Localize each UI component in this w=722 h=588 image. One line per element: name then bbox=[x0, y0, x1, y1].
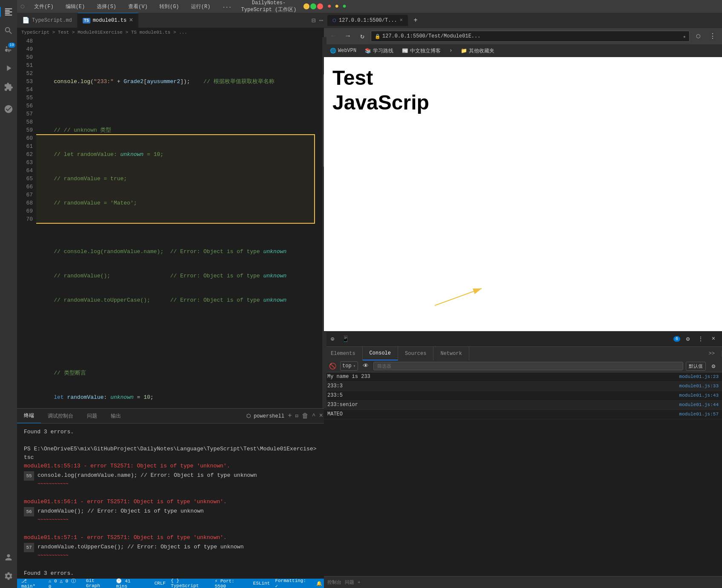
split-editor-icon[interactable]: ⊟ bbox=[312, 16, 316, 25]
status-port[interactable]: ⚡ Port: 5500 bbox=[215, 578, 248, 588]
devtools-console-label[interactable]: 控制台 bbox=[327, 579, 341, 585]
devtools-close-icon[interactable]: × bbox=[708, 334, 719, 344]
split-terminal-icon[interactable]: ⊟ bbox=[295, 413, 298, 419]
debug-console-tab[interactable]: 调试控制台 bbox=[41, 409, 80, 423]
extensions-toolbar-icon[interactable]: ⬡ bbox=[692, 30, 704, 42]
terminal-panel: 终端 调试控制台 问题 输出 ⬡ powershell + ⊟ 🗑 ^ × Fo… bbox=[17, 408, 326, 579]
account-icon[interactable] bbox=[0, 549, 17, 566]
more-actions-icon[interactable]: ⋯ bbox=[319, 16, 323, 25]
forward-btn[interactable]: → bbox=[342, 30, 354, 42]
status-eslint[interactable]: ESLint bbox=[253, 581, 270, 586]
menu-view[interactable]: 查看(V) bbox=[126, 2, 150, 11]
bookmark-blog-label: 中文独立博客 bbox=[410, 47, 441, 55]
terminal-error-1: module01.ts:55:13 - error TS2571: Object… bbox=[24, 462, 320, 470]
code-line-48: console.log("233:" + Grade2[ayusummer2])… bbox=[40, 78, 326, 86]
menu-more[interactable]: ... bbox=[220, 3, 234, 10]
devtools-issues-label[interactable]: 问题 bbox=[345, 579, 354, 585]
bookmark-webvpn[interactable]: 🌐 WebVPN bbox=[327, 47, 359, 55]
terminal-snippet-2: 56 randomValue(); // Error: Object is of… bbox=[24, 507, 320, 524]
status-git-graph[interactable]: Git Graph bbox=[86, 578, 111, 588]
top-selector[interactable]: top ▾ bbox=[340, 361, 358, 371]
status-bell[interactable]: 🔔 bbox=[316, 581, 322, 586]
tab-typescript-md[interactable]: 📄 TypeScript.md bbox=[17, 13, 78, 28]
browser-tab-active[interactable]: ⬡ 127.0.0.1:5500/T... × bbox=[327, 15, 408, 26]
browser-tab-close[interactable]: × bbox=[400, 17, 403, 23]
devtools-tab-network[interactable]: Network bbox=[433, 347, 469, 360]
clear-console-icon[interactable]: 🚫 bbox=[327, 361, 338, 371]
add-terminal-icon[interactable]: + bbox=[288, 412, 292, 420]
new-tab-btn[interactable]: + bbox=[410, 14, 422, 26]
console-source-1[interactable]: module01.js:23 bbox=[659, 374, 719, 379]
devtools-inspect-icon[interactable]: ⊙ bbox=[327, 334, 338, 344]
devtools-settings-icon[interactable]: ⚙ bbox=[683, 334, 693, 344]
status-formatting[interactable]: Formatting: ✓ bbox=[275, 578, 311, 588]
browser-window-controls: ● ● ● bbox=[327, 3, 347, 10]
menu-goto[interactable]: 转到(G) bbox=[157, 2, 182, 11]
devtools-customize-icon[interactable]: ⋮ bbox=[696, 334, 706, 344]
browser-close-btn[interactable]: ● bbox=[327, 3, 332, 10]
default-filter-label[interactable]: 默认值 bbox=[686, 362, 706, 371]
console-source-4[interactable]: module01.js:44 bbox=[659, 402, 719, 407]
console-source-2[interactable]: module01.js:33 bbox=[659, 383, 719, 389]
status-branch[interactable]: ⎇ main* bbox=[21, 578, 43, 588]
extensions-icon[interactable] bbox=[0, 78, 17, 95]
add-devtools-tab[interactable]: + bbox=[358, 580, 361, 585]
url-text: 127.0.0.1:5500/Test/Module01E... bbox=[382, 33, 480, 39]
bookmark-icon[interactable]: ★ bbox=[683, 34, 686, 39]
menu-select[interactable]: 选择(S) bbox=[94, 2, 119, 11]
close-btn[interactable] bbox=[317, 3, 323, 9]
console-source-3[interactable]: module01.js:43 bbox=[659, 393, 719, 398]
remote-icon[interactable] bbox=[0, 101, 17, 118]
terminal-blank-1 bbox=[24, 489, 320, 498]
code-editor[interactable]: 48 49 50 51 52 53 54 55 56 57 58 59 60 6… bbox=[17, 37, 326, 408]
create-live-expression-icon[interactable]: 👁 bbox=[361, 361, 371, 371]
browser-more-btn[interactable]: ⋮ bbox=[707, 30, 719, 42]
reload-btn[interactable]: ↻ bbox=[356, 30, 368, 42]
code-content[interactable]: console.log("233:" + Grade2[ayusummer2])… bbox=[36, 37, 326, 408]
top-dropdown-icon[interactable]: ▾ bbox=[353, 363, 356, 369]
browser-max-btn[interactable]: ● bbox=[342, 3, 347, 10]
devtools-tab-console[interactable]: Console bbox=[363, 347, 398, 360]
snippet-code-56: randomValue(); // Error: Object is of ty… bbox=[38, 507, 204, 524]
browser-toolbar-actions: ⋮ bbox=[707, 30, 719, 42]
close-panel-icon[interactable]: × bbox=[319, 412, 323, 420]
bookmark-chevron[interactable]: › bbox=[447, 47, 455, 55]
maximize-btn[interactable] bbox=[310, 3, 316, 9]
address-bar[interactable]: 🔒 127.0.0.1:5500/Test/Module01E... ★ bbox=[371, 31, 690, 42]
menu-run[interactable]: 运行(R) bbox=[188, 2, 213, 11]
browser-min-btn[interactable]: ● bbox=[335, 3, 339, 10]
tab-module01-ts[interactable]: TS module01.ts × bbox=[78, 13, 139, 28]
settings-icon[interactable] bbox=[0, 568, 17, 585]
explorer-icon[interactable] bbox=[0, 3, 17, 20]
kill-terminal-icon[interactable]: 🗑 bbox=[302, 412, 309, 420]
devtools-tab-sources[interactable]: Sources bbox=[398, 347, 433, 360]
back-btn[interactable]: ← bbox=[327, 30, 339, 42]
console-filter-input[interactable] bbox=[373, 362, 683, 370]
console-source-5[interactable]: module01.js:57 bbox=[659, 412, 719, 417]
devtools-filter-icon[interactable]: ⚙ bbox=[708, 361, 719, 371]
output-tab[interactable]: 输出 bbox=[104, 409, 128, 423]
menu-file[interactable]: 文件(F) bbox=[32, 2, 56, 11]
devtools-device-icon[interactable]: 📱 bbox=[340, 334, 350, 344]
status-bar: ⎇ main* ⚠ 0 △ 0 ⓘ 0 Git Graph 🕐 41 mins … bbox=[17, 579, 326, 588]
status-crlf[interactable]: CRLF bbox=[154, 581, 165, 586]
bookmark-blog[interactable]: 📰 中文独立博客 bbox=[399, 46, 443, 55]
source-control-icon[interactable]: 19 bbox=[0, 41, 17, 58]
status-typescript[interactable]: { } TypeScript bbox=[171, 578, 210, 588]
devtools-tab-elements[interactable]: Elements bbox=[324, 347, 363, 360]
run-icon[interactable] bbox=[0, 60, 17, 77]
svg-line-1 bbox=[435, 288, 482, 306]
minimize-btn[interactable] bbox=[303, 3, 309, 9]
bookmark-others[interactable]: 📁 其他收藏夹 bbox=[458, 46, 497, 55]
expand-terminal-icon[interactable]: ^ bbox=[312, 412, 315, 419]
terminal-tab[interactable]: 终端 bbox=[17, 409, 41, 423]
status-errors[interactable]: ⚠ 0 △ 0 ⓘ 0 bbox=[49, 578, 81, 588]
menu-edit[interactable]: 编辑(E) bbox=[63, 2, 88, 11]
search-icon[interactable] bbox=[0, 22, 17, 39]
tab-close-ts[interactable]: × bbox=[129, 17, 133, 24]
browser-toolbar: ← → ↻ 🔒 127.0.0.1:5500/Test/Module01E...… bbox=[324, 28, 722, 44]
snippet-num-56: 56 bbox=[24, 507, 34, 516]
bookmark-learning[interactable]: 📚 学习路线 bbox=[362, 46, 396, 55]
devtools-tabs-overflow[interactable]: >> bbox=[702, 351, 722, 357]
problems-tab[interactable]: 问题 bbox=[80, 409, 104, 423]
